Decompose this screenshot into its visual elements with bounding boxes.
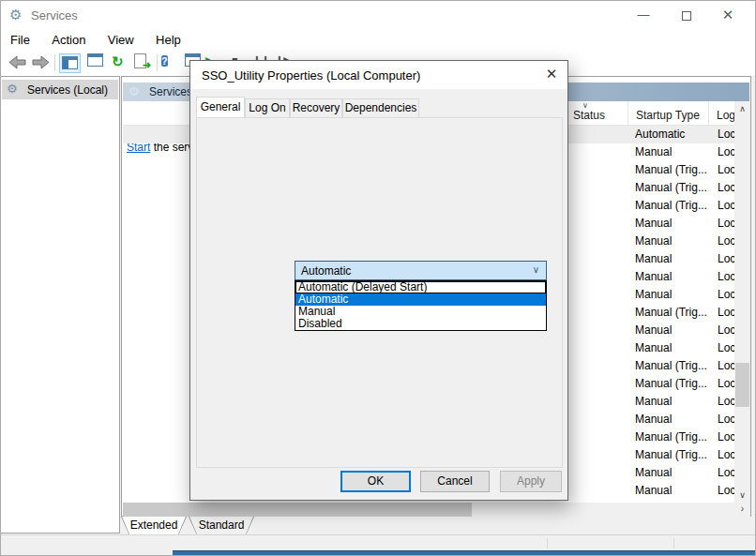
tab-recovery[interactable]: Recovery	[290, 98, 342, 117]
cell-startup-type: Manual (Trig...	[635, 181, 708, 194]
refresh-icon[interactable]: ↻	[112, 53, 124, 73]
cell-startup-type: Manual (Trig...	[635, 306, 708, 319]
cell-log-on-as: Loca	[718, 341, 734, 354]
background-window-edge	[173, 550, 755, 556]
ok-button[interactable]: OK	[340, 471, 411, 492]
cell-startup-type: Manual	[635, 145, 708, 158]
dropdown-option-disabled[interactable]: Disabled	[295, 318, 546, 330]
cell-log-on-as: Loca	[718, 145, 734, 158]
tab-extended-label: Extended	[122, 517, 186, 534]
tab-general[interactable]: General	[196, 97, 245, 117]
menu-help[interactable]: Help	[146, 29, 190, 51]
horizontal-scrollbar[interactable]: ›	[123, 503, 750, 517]
services-gear-icon: ⚙	[9, 7, 22, 23]
cell-startup-type: Manual (Trig...	[635, 163, 708, 176]
maximize-icon	[682, 11, 691, 21]
startup-type-dropdown: Automatic (Delayed Start) Automatic Manu…	[295, 280, 547, 331]
cell-startup-type: Manual	[635, 395, 708, 408]
cell-log-on-as: Loca	[718, 395, 734, 408]
dropdown-option-automatic-delayed[interactable]: Automatic (Delayed Start)	[295, 281, 546, 293]
vertical-scrollbar[interactable]: ∧ ∨	[734, 101, 750, 503]
cell-startup-type: Manual (Trig...	[635, 430, 708, 443]
window-titlebar: ⚙ Services — ✕	[1, 1, 755, 29]
cell-log-on-as: Loca	[718, 359, 734, 372]
sidebar-item-services-local[interactable]: ⚙ Services (Local)	[2, 80, 118, 99]
dropdown-option-automatic[interactable]: Automatic	[295, 293, 546, 306]
services-gear-icon: ⚙	[7, 82, 18, 96]
column-header-log-label: Log	[717, 109, 735, 122]
tab-extended[interactable]: Extended	[121, 517, 187, 535]
cell-startup-type: Manual	[635, 234, 708, 248]
maximize-button[interactable]	[665, 1, 708, 29]
cell-log-on-as: Loca	[718, 270, 734, 283]
scroll-right-icon[interactable]: ›	[734, 503, 750, 517]
tab-dependencies[interactable]: Dependencies	[342, 98, 419, 117]
cell-startup-type: Manual (Trig...	[635, 359, 708, 372]
cell-log-on-as: Loca	[718, 413, 734, 426]
dialog-close-button[interactable]: ✕	[536, 61, 567, 89]
scrollbar-thumb[interactable]	[123, 503, 472, 517]
tab-log-on[interactable]: Log On	[245, 98, 290, 117]
toolbar-separator	[54, 54, 55, 71]
cell-log-on-as: Loca	[718, 181, 734, 194]
menu-file[interactable]: File	[1, 29, 39, 51]
chevron-down-icon: ∨	[533, 264, 539, 275]
scroll-up-icon[interactable]: ∧	[734, 101, 750, 116]
tab-standard[interactable]: Standard	[189, 517, 254, 535]
cell-log-on-as: Loca	[718, 306, 734, 319]
cell-startup-type: Manual (Trig...	[635, 377, 708, 390]
scrollbar-thumb[interactable]	[735, 363, 749, 407]
cell-log-on-as: Loca	[718, 430, 734, 443]
cell-log-on-as: Loca	[718, 128, 734, 141]
cell-startup-type: Manual (Trig...	[635, 448, 708, 461]
cell-log-on-as: Loca	[718, 288, 734, 301]
properties-icon[interactable]	[87, 53, 103, 73]
tree-root-label: Services (Local)	[27, 83, 108, 97]
cell-startup-type: Manual	[635, 252, 708, 265]
cell-log-on-as: Loca	[718, 234, 734, 248]
dialog-titlebar: SSO_Utility Properties (Local Computer) …	[190, 61, 567, 89]
startup-type-combobox[interactable]: Automatic ∨	[295, 261, 547, 280]
export-list-icon[interactable]: ➜	[134, 53, 146, 73]
cell-log-on-as: Loca	[718, 252, 734, 265]
forward-arrow-icon[interactable]	[32, 55, 50, 75]
cell-log-on-as: Loca	[718, 323, 734, 337]
minimize-button[interactable]: —	[622, 1, 665, 29]
cell-startup-type: Manual	[635, 466, 708, 479]
dialog-title: SSO_Utility Properties (Local Computer)	[202, 68, 420, 83]
scroll-down-icon[interactable]: ∨	[734, 488, 750, 503]
close-button[interactable]: ✕	[706, 1, 749, 29]
cancel-button[interactable]: Cancel	[420, 471, 490, 492]
statusbar-separator	[673, 538, 674, 548]
help-icon[interactable]: ?	[161, 53, 168, 73]
services-gear-icon: ⚙	[129, 84, 140, 98]
toolbar-separator	[157, 54, 158, 71]
cell-log-on-as: Loca	[718, 163, 734, 176]
column-header-log-on-as[interactable]: Log	[709, 101, 736, 126]
column-header-startup-label: Startup Type	[636, 109, 700, 122]
column-header-status[interactable]: ∨ Status	[566, 101, 628, 126]
cell-log-on-as: Loca	[718, 484, 734, 497]
tab-standard-label: Standard	[189, 517, 253, 534]
view-tabs: Extended Standard	[121, 517, 256, 535]
menu-action[interactable]: Action	[42, 29, 95, 51]
cell-startup-type: Manual	[635, 217, 708, 230]
cell-startup-type: Manual	[635, 413, 708, 426]
window-title: Services	[31, 8, 78, 23]
cell-startup-type: Manual	[635, 484, 708, 497]
cell-startup-type: Manual	[635, 323, 708, 337]
dropdown-option-manual[interactable]: Manual	[295, 306, 546, 318]
show-console-tree-icon[interactable]	[59, 53, 81, 73]
cell-log-on-as: Loca	[718, 217, 734, 230]
cell-log-on-as: Loca	[718, 448, 734, 461]
column-header-status-label: Status	[573, 109, 605, 122]
console-tree-panel: ⚙ Services (Local)	[1, 76, 120, 533]
back-arrow-icon[interactable]	[8, 55, 26, 75]
menu-bar: File Action View Help	[1, 29, 755, 51]
cell-startup-type: Manual	[635, 341, 708, 354]
cell-startup-type: Manual	[635, 288, 708, 301]
column-header-startup-type[interactable]: Startup Type	[628, 101, 709, 126]
status-bar	[1, 534, 755, 550]
apply-button[interactable]: Apply	[500, 471, 562, 492]
menu-view[interactable]: View	[98, 29, 144, 51]
